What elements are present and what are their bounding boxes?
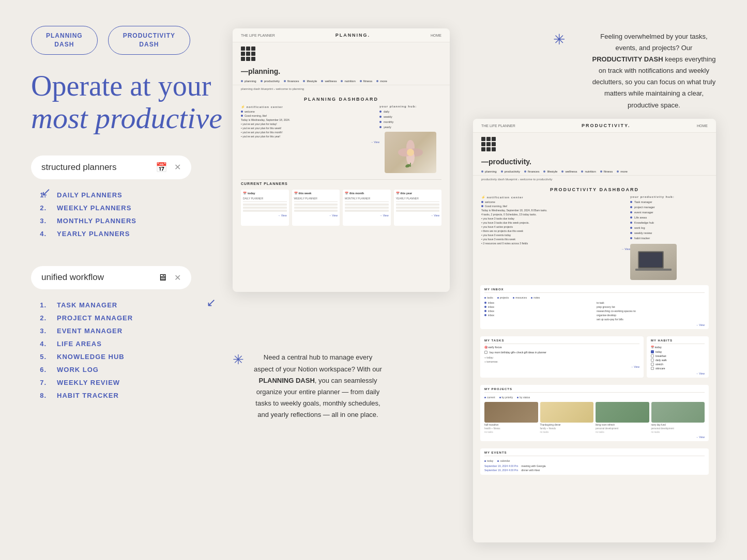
hero-line1: Operate at your: [31, 70, 248, 102]
site-title: THE LIFE PLANNER: [241, 34, 275, 37]
prod-notif-section: ⚡ notification center welcome Good morni…: [481, 194, 630, 280]
planner-daily[interactable]: 📅 today DAILY PLANNER → View: [241, 190, 289, 226]
dashboard-content: ⚡ notification center welcome Good morni…: [233, 104, 450, 175]
nav-lifestyle[interactable]: lifestyle: [303, 80, 317, 83]
prod-dashboard-content: ⚡ notification center welcome Good morni…: [473, 194, 716, 280]
list-item-work-log[interactable]: 6. WORK LOG: [36, 363, 248, 376]
prod-header: THE LIFE PLANNER PRODUCTIVITY. HOME: [473, 119, 716, 133]
hub-monthly[interactable]: monthly: [379, 119, 441, 125]
nav-fitness[interactable]: fitness: [360, 80, 372, 83]
nav-finances[interactable]: finances: [284, 80, 299, 83]
structured-planners-list: 1. DAILY PLANNERS 2. WEEKLY PLANNERS 3. …: [31, 189, 248, 240]
desc-text-top: Feeling overwhelmed by your tasks, event…: [592, 31, 716, 111]
nav-planning[interactable]: planning: [241, 80, 256, 83]
project-marathon[interactable]: half marathon health + fitness no tasks: [484, 402, 538, 433]
projects-panel: MY PROJECTS current by priority by statu…: [473, 385, 716, 446]
unified-workflow-list: 1. TASK MANAGER 2. PROJECT MANAGER 3. EV…: [31, 299, 248, 402]
list-item-knowledge-hub[interactable]: 5. KNOWLEDGE HUB: [36, 350, 248, 363]
inbox-panel: MY INBOX tasks projects resources notes …: [473, 280, 716, 334]
prod-nav: planning productivity finances lifestyle…: [473, 168, 716, 176]
dashboard-title: PLANNING DASHBOARD: [233, 92, 450, 104]
asterisk-icon-2: ✳: [233, 352, 244, 368]
prod-dots: [481, 137, 708, 151]
notif-date: Today is Wednesday, September 18, 2024.: [241, 118, 379, 122]
list-item-task-manager[interactable]: 1. TASK MANAGER: [36, 299, 248, 312]
calendar-emoji: 📅: [156, 162, 167, 173]
unified-workflow-pill[interactable]: unified workflow 🖥 ✕: [31, 266, 191, 289]
notif-item3: • you've set your plan for this month!: [241, 130, 379, 134]
list-item-habit-tracker[interactable]: 8. HABIT TRACKER: [36, 389, 248, 402]
hub-label: your planning hub:: [379, 104, 441, 109]
nav-home: HOME: [431, 34, 441, 37]
prod-hub-section: your productivity hub: Task manager proj…: [630, 194, 708, 280]
nav-more[interactable]: more: [376, 80, 387, 83]
nav-wellness[interactable]: wellness: [321, 80, 337, 83]
list-item-project-manager[interactable]: 2. PROJECT MANAGER: [36, 312, 248, 324]
planning-mockup: THE LIFE PLANNER PLANNING. HOME —plannin…: [233, 28, 450, 292]
projects-grid: half marathon health + fitness no tasks …: [484, 402, 705, 433]
nav-productivity[interactable]: productivity: [261, 80, 280, 83]
brand-title: PLANNING.: [336, 33, 371, 38]
planner-monthly[interactable]: 📅 this month MONTHLY PLANNER → View: [343, 190, 391, 226]
structured-planners-label: structured planners: [41, 162, 151, 173]
prod-dashboard-title: PRODUCTIVITY DASHBOARD: [473, 183, 716, 194]
svg-rect-10: [639, 253, 662, 267]
desc-panel-top: ✳ Feeling overwhelmed by your tasks, eve…: [571, 31, 716, 111]
planners-grid: 📅 today DAILY PLANNER → View 📅 this week…: [241, 190, 441, 226]
list-item-weekly-review[interactable]: 7. WEEKLY REVIEW: [36, 376, 248, 389]
planner-yearly[interactable]: 📅 this year YEARLY PLANNER → View: [394, 190, 442, 226]
badge-row: PLANNINGDASH PRODUCTIVITYDASH: [31, 26, 248, 55]
unified-workflow-label: unified workflow: [41, 272, 154, 283]
asterisk-icon: ✳: [553, 31, 565, 48]
hub-yearly[interactable]: yearly: [379, 125, 441, 130]
events-panel: MY EVENTS today calendar September 19, 2…: [473, 448, 716, 480]
planning-dash-badge[interactable]: PLANNINGDASH: [31, 26, 98, 55]
habits-panel: MY HABITS 📅 today today breakfast daily …: [647, 336, 709, 378]
notif-welcome: welcome: [241, 110, 379, 114]
current-planners-title: CURRENT PLANNERS: [241, 179, 441, 188]
notion-nav: planning productivity finances lifestyle…: [233, 77, 450, 85]
hub-weekly[interactable]: weekly: [379, 114, 441, 119]
list-item-life-areas[interactable]: 4. LIFE AREAS: [36, 337, 248, 350]
prod-nav: HOME: [697, 124, 708, 128]
hero-title: Operate at your most productive: [31, 70, 248, 135]
left-panel: PLANNINGDASH PRODUCTIVITYDASH Operate at…: [31, 26, 248, 402]
notif-item4: • you've set your plan for this year!: [241, 134, 379, 138]
event-georgia: September 19, 2024 4:00 Pm meeting with …: [484, 464, 705, 468]
notif-item1: • you've set your plan for today!: [241, 122, 379, 126]
planner-weekly[interactable]: 📅 this week WEEKLY PLANNER → View: [292, 190, 340, 226]
project-thanksgiving[interactable]: Thanksgiving dinner family + friends no …: [540, 402, 594, 433]
inbox-filters: tasks projects resources notes: [484, 294, 705, 301]
notion-header: THE LIFE PLANNER PLANNING. HOME: [233, 28, 450, 42]
project-living-room[interactable]: living room refresh personal development…: [596, 402, 649, 433]
productivity-dash-badge[interactable]: PRODUCTIVITYDASH: [108, 26, 190, 55]
notif-greeting: Good morning, like!: [241, 114, 379, 118]
laptop-image: [630, 244, 677, 280]
list-item-event-manager[interactable]: 3. EVENT MANAGER: [36, 324, 248, 337]
svg-rect-9: [635, 269, 672, 271]
list-item-weekly[interactable]: 2. WEEKLY PLANNERS: [36, 201, 248, 214]
list-item-yearly[interactable]: 4. YEARLY PLANNERS: [36, 227, 248, 240]
breadcrumb: planning dash blueprint › welcome to pla…: [233, 85, 450, 92]
close-icon-2[interactable]: ✕: [174, 273, 181, 283]
page-title: —planning.: [233, 65, 450, 77]
list-item-daily[interactable]: 1. DAILY PLANNERS: [36, 189, 248, 201]
notion-dots: [241, 46, 441, 61]
close-icon[interactable]: ✕: [174, 162, 181, 172]
flower-image: [385, 132, 436, 173]
view-btn[interactable]: → View: [241, 141, 379, 144]
project-rainy-day[interactable]: rainy day fund personal development no t…: [651, 402, 705, 433]
notification-section: ⚡ notification center welcome Good morni…: [241, 104, 379, 175]
prod-brand: PRODUCTIVITY.: [582, 123, 631, 128]
tasks-panel: MY TASKS 🎯 early focus buy mom birthday …: [480, 336, 644, 378]
nav-nutrition[interactable]: nutrition: [341, 80, 355, 83]
structured-planners-pill[interactable]: structured planners 📅 ✕: [31, 155, 191, 179]
desc-text-bottom: Need a central hub to manage every aspec…: [253, 352, 383, 421]
event-alexi: September 19, 2024 4:00 Pm dinner with A…: [484, 468, 705, 472]
hub-daily[interactable]: daily: [379, 109, 441, 114]
prod-page-title: —productivity.: [473, 155, 716, 168]
planning-mockup-card: THE LIFE PLANNER PLANNING. HOME —plannin…: [233, 28, 450, 292]
list-item-monthly[interactable]: 3. MONTHLY PLANNERS: [36, 214, 248, 227]
notif-label: ⚡ notification center: [241, 104, 379, 110]
planning-hub: your planning hub: daily weekly monthly …: [379, 104, 441, 175]
